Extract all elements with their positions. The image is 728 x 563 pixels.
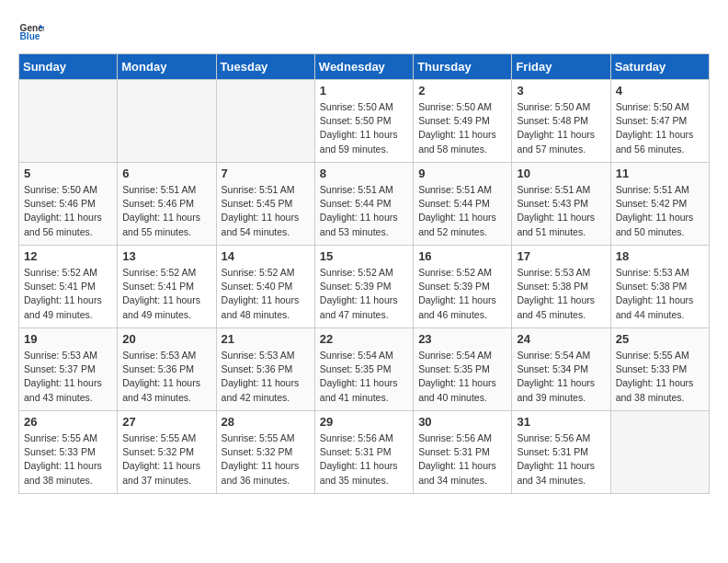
day-info: Sunrise: 5:54 AM Sunset: 5:35 PM Dayligh… [320,349,408,405]
day-number: 12 [24,249,112,263]
calendar-cell: 27 Sunrise: 5:55 AM Sunset: 5:32 PM Dayl… [118,411,216,494]
day-info: Sunrise: 5:52 AM Sunset: 5:40 PM Dayligh… [222,266,310,322]
day-number: 11 [616,167,704,180]
day-number: 7 [222,167,310,180]
weekday-header-cell: Saturday [610,54,709,80]
calendar-week-row: 19 Sunrise: 5:53 AM Sunset: 5:37 PM Dayl… [19,328,710,411]
day-number: 26 [24,415,112,429]
day-number: 30 [418,415,506,429]
calendar-cell: 6 Sunrise: 5:51 AM Sunset: 5:46 PM Dayli… [118,163,216,246]
day-number: 3 [517,84,605,98]
weekday-header-row: SundayMondayTuesdayWednesdayThursdayFrid… [19,54,710,80]
day-number: 1 [320,84,408,98]
day-info: Sunrise: 5:52 AM Sunset: 5:41 PM Dayligh… [122,266,210,322]
day-number: 31 [517,415,605,429]
day-number: 6 [122,167,210,180]
calendar-cell: 9 Sunrise: 5:51 AM Sunset: 5:44 PM Dayli… [414,163,512,246]
day-info: Sunrise: 5:52 AM Sunset: 5:39 PM Dayligh… [320,266,408,322]
calendar-cell: 1 Sunrise: 5:50 AM Sunset: 5:50 PM Dayli… [314,80,413,163]
weekday-header-cell: Wednesday [314,54,413,80]
calendar-cell: 20 Sunrise: 5:53 AM Sunset: 5:36 PM Dayl… [118,328,216,411]
calendar-cell: 13 Sunrise: 5:52 AM Sunset: 5:41 PM Dayl… [118,246,216,328]
calendar-cell [610,411,709,494]
day-number: 10 [517,167,605,180]
calendar-week-row: 26 Sunrise: 5:55 AM Sunset: 5:33 PM Dayl… [19,411,710,494]
calendar-cell: 21 Sunrise: 5:53 AM Sunset: 5:36 PM Dayl… [216,328,314,411]
day-number: 9 [418,167,506,180]
calendar-cell: 3 Sunrise: 5:50 AM Sunset: 5:48 PM Dayli… [512,80,610,163]
day-number: 5 [24,167,112,180]
day-number: 21 [222,332,310,346]
day-number: 28 [222,415,310,429]
day-number: 14 [222,249,310,263]
day-info: Sunrise: 5:51 AM Sunset: 5:43 PM Dayligh… [517,183,605,239]
calendar-cell: 22 Sunrise: 5:54 AM Sunset: 5:35 PM Dayl… [314,328,413,411]
day-info: Sunrise: 5:55 AM Sunset: 5:33 PM Dayligh… [24,431,112,488]
day-info: Sunrise: 5:52 AM Sunset: 5:41 PM Dayligh… [24,266,112,322]
page-header: General Blue [18,18,710,44]
day-number: 25 [616,332,704,346]
calendar-cell: 19 Sunrise: 5:53 AM Sunset: 5:37 PM Dayl… [19,328,118,411]
weekday-header-cell: Monday [118,54,216,80]
day-number: 22 [320,332,408,346]
day-info: Sunrise: 5:56 AM Sunset: 5:31 PM Dayligh… [418,431,506,488]
calendar-cell: 10 Sunrise: 5:51 AM Sunset: 5:43 PM Dayl… [512,163,610,246]
svg-text:Blue: Blue [20,31,40,41]
day-info: Sunrise: 5:54 AM Sunset: 5:34 PM Dayligh… [517,349,605,405]
day-info: Sunrise: 5:51 AM Sunset: 5:44 PM Dayligh… [418,183,506,239]
day-number: 27 [122,415,210,429]
day-number: 17 [517,249,605,263]
calendar-cell: 28 Sunrise: 5:55 AM Sunset: 5:32 PM Dayl… [216,411,314,494]
day-info: Sunrise: 5:50 AM Sunset: 5:50 PM Dayligh… [320,100,408,156]
calendar-cell: 26 Sunrise: 5:55 AM Sunset: 5:33 PM Dayl… [19,411,118,494]
day-info: Sunrise: 5:52 AM Sunset: 5:39 PM Dayligh… [418,266,506,322]
calendar-cell: 29 Sunrise: 5:56 AM Sunset: 5:31 PM Dayl… [314,411,413,494]
day-info: Sunrise: 5:55 AM Sunset: 5:32 PM Dayligh… [122,431,210,488]
calendar-cell: 2 Sunrise: 5:50 AM Sunset: 5:49 PM Dayli… [414,80,512,163]
calendar-cell: 24 Sunrise: 5:54 AM Sunset: 5:34 PM Dayl… [512,328,610,411]
calendar-week-row: 5 Sunrise: 5:50 AM Sunset: 5:46 PM Dayli… [19,163,710,246]
day-info: Sunrise: 5:56 AM Sunset: 5:31 PM Dayligh… [320,431,408,488]
logo-icon: General Blue [18,18,44,44]
day-number: 4 [616,84,704,98]
calendar-cell: 30 Sunrise: 5:56 AM Sunset: 5:31 PM Dayl… [414,411,512,494]
calendar-cell: 23 Sunrise: 5:54 AM Sunset: 5:35 PM Dayl… [414,328,512,411]
weekday-header-cell: Friday [512,54,610,80]
weekday-header-cell: Thursday [414,54,512,80]
day-info: Sunrise: 5:50 AM Sunset: 5:49 PM Dayligh… [418,100,506,156]
day-number: 19 [24,332,112,346]
calendar-cell: 18 Sunrise: 5:53 AM Sunset: 5:38 PM Dayl… [610,246,709,328]
calendar-cell: 5 Sunrise: 5:50 AM Sunset: 5:46 PM Dayli… [19,163,118,246]
calendar-cell: 14 Sunrise: 5:52 AM Sunset: 5:40 PM Dayl… [216,246,314,328]
day-number: 13 [122,249,210,263]
weekday-header-cell: Sunday [19,54,118,80]
calendar-cell: 15 Sunrise: 5:52 AM Sunset: 5:39 PM Dayl… [314,246,413,328]
day-info: Sunrise: 5:50 AM Sunset: 5:46 PM Dayligh… [24,183,112,239]
calendar-cell: 17 Sunrise: 5:53 AM Sunset: 5:38 PM Dayl… [512,246,610,328]
day-info: Sunrise: 5:51 AM Sunset: 5:42 PM Dayligh… [616,183,704,239]
day-number: 18 [616,249,704,263]
day-number: 20 [122,332,210,346]
day-info: Sunrise: 5:54 AM Sunset: 5:35 PM Dayligh… [418,349,506,405]
day-info: Sunrise: 5:50 AM Sunset: 5:48 PM Dayligh… [517,100,605,156]
calendar-cell: 11 Sunrise: 5:51 AM Sunset: 5:42 PM Dayl… [610,163,709,246]
day-info: Sunrise: 5:53 AM Sunset: 5:36 PM Dayligh… [122,349,210,405]
day-number: 8 [320,167,408,180]
calendar-week-row: 12 Sunrise: 5:52 AM Sunset: 5:41 PM Dayl… [19,246,710,328]
day-info: Sunrise: 5:51 AM Sunset: 5:46 PM Dayligh… [122,183,210,239]
calendar-table: SundayMondayTuesdayWednesdayThursdayFrid… [18,53,710,494]
calendar-cell: 25 Sunrise: 5:55 AM Sunset: 5:33 PM Dayl… [610,328,709,411]
day-number: 16 [418,249,506,263]
day-info: Sunrise: 5:53 AM Sunset: 5:38 PM Dayligh… [517,266,605,322]
calendar-cell: 7 Sunrise: 5:51 AM Sunset: 5:45 PM Dayli… [216,163,314,246]
day-number: 24 [517,332,605,346]
day-number: 15 [320,249,408,263]
calendar-cell [216,80,314,163]
calendar-week-row: 1 Sunrise: 5:50 AM Sunset: 5:50 PM Dayli… [19,80,710,163]
day-info: Sunrise: 5:51 AM Sunset: 5:44 PM Dayligh… [320,183,408,239]
calendar-cell [19,80,118,163]
day-info: Sunrise: 5:55 AM Sunset: 5:33 PM Dayligh… [616,349,704,405]
calendar-cell: 8 Sunrise: 5:51 AM Sunset: 5:44 PM Dayli… [314,163,413,246]
day-number: 23 [418,332,506,346]
day-info: Sunrise: 5:51 AM Sunset: 5:45 PM Dayligh… [222,183,310,239]
